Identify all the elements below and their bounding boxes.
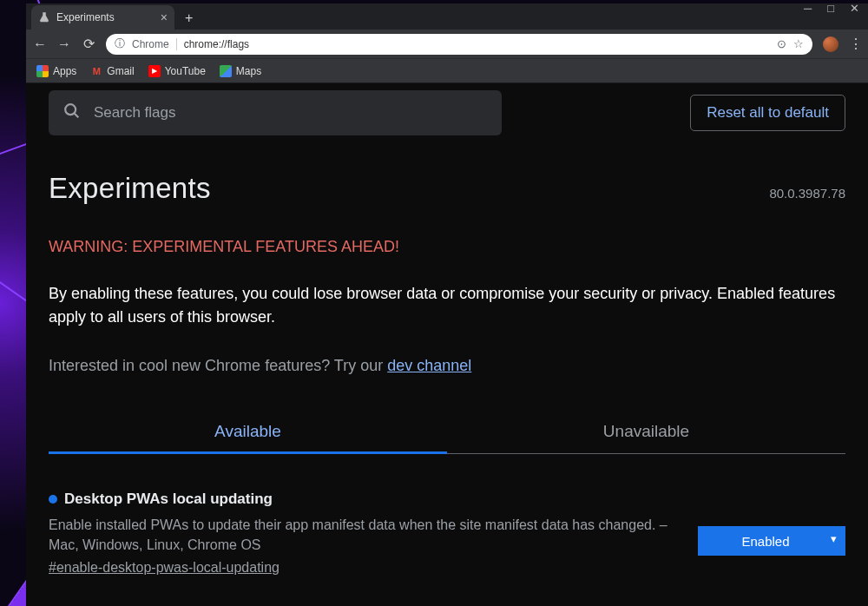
browser-tab[interactable]: Experiments × bbox=[31, 5, 174, 30]
dev-channel-link[interactable]: dev channel bbox=[387, 357, 471, 374]
warning-heading: WARNING: EXPERIMENTAL FEATURES AHEAD! bbox=[49, 238, 845, 256]
flag-anchor-link[interactable]: #enable-desktop-pwas-local-updating bbox=[49, 560, 279, 576]
browser-window: Experiments × + ← → ⟳ ⓘ Chrome chrome://… bbox=[26, 3, 868, 606]
forward-button[interactable]: → bbox=[57, 36, 71, 52]
bookmark-label: Maps bbox=[236, 65, 261, 77]
content-tabs: Available Unavailable bbox=[49, 410, 845, 454]
bookmark-maps[interactable]: Maps bbox=[220, 65, 261, 77]
minimize-button[interactable]: ─ bbox=[804, 3, 812, 16]
address-bar[interactable]: ⓘ Chrome chrome://flags ⊙ ☆ bbox=[106, 34, 812, 55]
flag-title-row: Desktop PWAs local updating bbox=[49, 491, 677, 508]
bookmark-label: Gmail bbox=[107, 65, 134, 77]
svg-line-1 bbox=[75, 114, 79, 118]
flag-description: Enable installed PWAs to update their ap… bbox=[49, 515, 677, 555]
maximize-button[interactable]: □ bbox=[827, 3, 834, 16]
youtube-icon: ▶ bbox=[148, 65, 161, 77]
bookmarks-bar: Apps M Gmail ▶ YouTube Maps bbox=[26, 59, 868, 83]
interest-prefix: Interested in cool new Chrome features? … bbox=[49, 357, 387, 374]
maps-icon bbox=[220, 65, 232, 77]
interest-line: Interested in cool new Chrome features? … bbox=[49, 357, 845, 375]
tab-title: Experiments bbox=[56, 11, 155, 23]
browser-toolbar: ← → ⟳ ⓘ Chrome chrome://flags ⊙ ☆ ⋮ bbox=[26, 30, 868, 59]
header-row: Experiments 80.0.3987.78 bbox=[49, 172, 845, 205]
url-text: chrome://flags bbox=[184, 38, 770, 50]
search-placeholder: Search flags bbox=[94, 104, 176, 122]
flag-state-select-wrap: Enabled bbox=[698, 526, 845, 556]
search-flags-input[interactable]: Search flags bbox=[49, 90, 502, 135]
bookmark-star-icon[interactable]: ☆ bbox=[793, 37, 804, 50]
flag-state-select[interactable]: Enabled bbox=[698, 526, 845, 556]
reload-button[interactable]: ⟳ bbox=[82, 36, 95, 52]
page-content: Search flags Reset all to default Experi… bbox=[26, 83, 868, 606]
flag-main: Desktop PWAs local updating Enable insta… bbox=[49, 491, 677, 576]
warning-body: By enabling these features, you could lo… bbox=[49, 282, 845, 329]
info-icon[interactable]: ⓘ bbox=[115, 36, 125, 51]
search-row: Search flags Reset all to default bbox=[49, 90, 845, 135]
svg-point-0 bbox=[65, 104, 76, 115]
tab-unavailable[interactable]: Unavailable bbox=[447, 410, 845, 454]
bookmark-apps[interactable]: Apps bbox=[36, 65, 76, 77]
flask-icon bbox=[38, 11, 50, 23]
close-window-button[interactable]: ✕ bbox=[850, 3, 859, 16]
tab-strip: Experiments × + bbox=[26, 3, 868, 30]
close-tab-icon[interactable]: × bbox=[161, 10, 168, 24]
tab-available[interactable]: Available bbox=[49, 410, 447, 454]
new-tab-button[interactable]: + bbox=[174, 10, 203, 30]
search-icon bbox=[62, 102, 82, 124]
version-label: 80.0.3987.78 bbox=[769, 186, 845, 201]
window-controls: ─ □ ✕ bbox=[804, 0, 868, 16]
url-scheme-label: Chrome bbox=[132, 38, 177, 50]
browser-menu-button[interactable]: ⋮ bbox=[849, 36, 861, 52]
modified-dot-icon bbox=[49, 495, 57, 504]
flag-title: Desktop PWAs local updating bbox=[64, 491, 273, 508]
bookmark-gmail[interactable]: M Gmail bbox=[90, 65, 134, 77]
bookmark-youtube[interactable]: ▶ YouTube bbox=[148, 65, 206, 77]
gmail-icon: M bbox=[90, 65, 102, 77]
bookmark-label: Apps bbox=[53, 65, 76, 77]
flag-item: Desktop PWAs local updating Enable insta… bbox=[49, 491, 845, 576]
reset-all-button[interactable]: Reset all to default bbox=[690, 95, 845, 131]
search-in-omnibox-icon[interactable]: ⊙ bbox=[777, 37, 786, 50]
bookmark-label: YouTube bbox=[165, 65, 206, 77]
back-button[interactable]: ← bbox=[33, 36, 47, 52]
profile-avatar[interactable] bbox=[823, 36, 838, 52]
page-title: Experiments bbox=[49, 172, 211, 205]
apps-grid-icon bbox=[36, 65, 49, 77]
